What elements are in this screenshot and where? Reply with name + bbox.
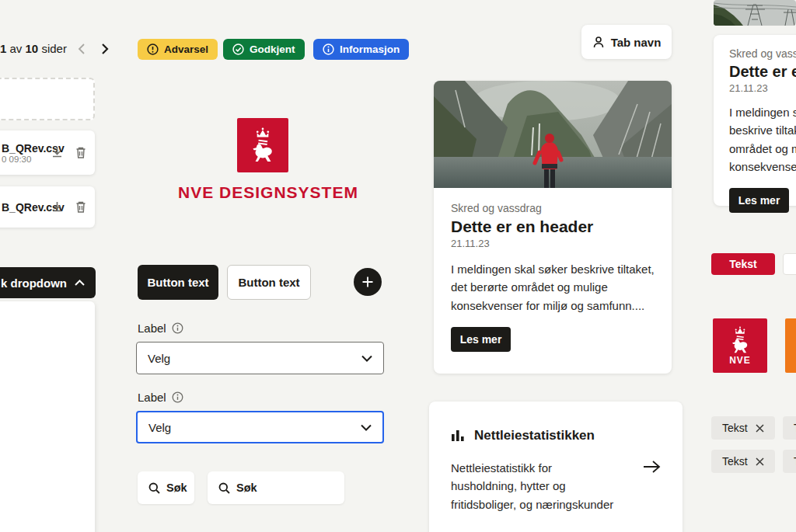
fjord-photo: [434, 81, 672, 188]
filter-chip[interactable]: Tekst: [711, 416, 775, 440]
upload-dropzone[interactable]: [0, 78, 95, 120]
search-icon: [218, 482, 230, 494]
trash-icon[interactable]: [75, 200, 87, 214]
primary-button[interactable]: Button text: [138, 265, 218, 300]
search-input[interactable]: Søk: [208, 471, 344, 504]
file-timestamp: 0 09:30: [2, 155, 40, 164]
tag-button-outline[interactable]: Tekst: [783, 253, 796, 275]
secondary-button[interactable]: Button text: [227, 265, 311, 300]
dropdown-label: k dropdown: [1, 276, 67, 290]
warning-badge-label: Advarsel: [164, 43, 208, 55]
article-category: Skred og vassdrag: [729, 47, 796, 60]
select-value: Velg: [148, 352, 170, 365]
design-system-title: NVE DESIGNSYSTEM: [130, 183, 407, 202]
file-name: B_QRev.csv: [2, 142, 40, 155]
article-card-side[interactable]: Skred og vassdrag Dette er en header 21.…: [714, 35, 796, 206]
read-more-button[interactable]: Les mer: [451, 327, 511, 352]
close-icon[interactable]: [756, 424, 764, 433]
chevron-right-icon[interactable]: [96, 43, 115, 54]
check-circle-icon: [232, 43, 244, 55]
dropdown-toggle-button[interactable]: k dropdown: [0, 267, 96, 298]
chevron-down-icon: [361, 355, 372, 362]
chip-label: Tekst: [722, 422, 748, 434]
article-category: Skred og vassdrag: [451, 202, 655, 214]
select-input-focused[interactable]: Velg: [136, 411, 384, 443]
field-label: Label: [138, 322, 183, 335]
search-icon: [148, 482, 160, 494]
search-placeholder: Søk: [236, 482, 257, 494]
warning-badge: Advarsel: [138, 39, 218, 60]
article-title: Dette er en header: [729, 63, 796, 81]
filter-chip[interactable]: Tekst: [711, 450, 775, 473]
article-body: I meldingen skal søker beskrive tiltaket…: [729, 103, 796, 176]
pagination-text: 1 av 10 sider: [0, 42, 67, 55]
stats-title: Nettleiestatistikken: [474, 428, 595, 443]
read-more-button[interactable]: Les mer: [729, 188, 789, 213]
lion-crest-icon: [727, 326, 753, 354]
info-circle-icon: [323, 43, 334, 55]
info-badge-label: Informasjon: [340, 43, 400, 55]
stats-body: Nettleiestatistikk for husholdning, hytt…: [451, 459, 620, 513]
info-tooltip-icon[interactable]: [172, 322, 183, 334]
plus-icon: [361, 276, 374, 288]
info-badge: Informasjon: [313, 39, 409, 60]
trash-icon[interactable]: [75, 146, 87, 159]
arrow-right-icon[interactable]: [642, 459, 661, 513]
chevron-down-icon: [361, 424, 372, 431]
article-card[interactable]: Skred og vassdrag Dette er en header 21.…: [434, 81, 672, 374]
file-row: B_QRev.csv 0 09:30: [0, 130, 95, 175]
tag-button-red[interactable]: Tekst: [711, 253, 775, 275]
download-icon[interactable]: [51, 200, 64, 214]
select-input[interactable]: Velg: [136, 342, 384, 374]
article-body: I meldingen skal søker beskrive tiltaket…: [451, 260, 655, 315]
nve-logo: [237, 118, 288, 172]
tab-label: Tab navn: [611, 36, 662, 49]
info-tooltip-icon[interactable]: [172, 391, 183, 403]
chevron-left-icon[interactable]: [72, 43, 91, 54]
person-icon: [592, 36, 605, 49]
search-label: Søk: [166, 482, 187, 494]
filter-chip[interactable]: Tekst: [783, 450, 796, 473]
tab-navn[interactable]: Tab navn: [581, 25, 672, 59]
success-badge: Godkjent: [223, 39, 305, 60]
partner-logo-orange: [785, 318, 796, 373]
pagination: 1 av 10 sider: [0, 42, 115, 55]
lion-crest-icon: [246, 127, 279, 163]
article-date: 21.11.23: [451, 238, 655, 249]
nve-abbr: NVE: [729, 355, 751, 366]
field-label: Label: [138, 391, 183, 404]
chevron-up-icon: [75, 280, 85, 286]
search-button-small[interactable]: Søk: [138, 471, 194, 504]
design-system-page: 1 av 10 sider B_QRev.csv 0 09:30 B_QRev.…: [0, 0, 796, 532]
warning-icon: [147, 43, 159, 55]
stats-card[interactable]: Nettleiestatistikken Nettleiestatistikk …: [429, 402, 683, 532]
download-icon[interactable]: [51, 146, 64, 159]
bar-chart-icon: [451, 429, 465, 443]
article-title: Dette er en header: [451, 217, 655, 236]
filter-chip[interactable]: Tekst: [783, 416, 796, 440]
select-value: Velg: [148, 421, 171, 434]
dropdown-panel[interactable]: [0, 301, 95, 532]
article-date: 21.11.23: [729, 82, 796, 94]
file-row: B_QRev.csv: [0, 186, 95, 228]
file-name: B_QRev.csv: [2, 201, 40, 214]
success-badge-label: Godkjent: [250, 43, 295, 55]
chip-label: Tekst: [722, 455, 748, 468]
add-button[interactable]: [354, 268, 382, 296]
powerline-photo: [714, 0, 796, 26]
close-icon[interactable]: [756, 457, 764, 466]
nve-logo-small: NVE: [713, 318, 767, 373]
